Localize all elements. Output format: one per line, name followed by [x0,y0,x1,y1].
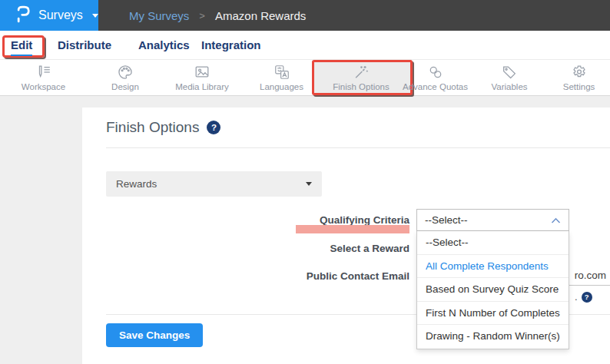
toolbar-item-finish-options[interactable]: Finish Options [323,60,399,95]
toolbar-item-finish-options-label: Finish Options [333,82,390,91]
breadcrumb-my-surveys[interactable]: My Surveys [129,9,189,22]
finish-mode-select[interactable]: Rewards [106,171,322,197]
edit-toolbar: Workspace Design Media Library [0,59,610,96]
toolbar-item-workspace-label: Workspace [22,82,65,91]
save-changes-button[interactable]: Save Changes [106,323,203,347]
toolbar-item-variables[interactable]: Variables [471,60,548,95]
option-select[interactable]: --Select-- [417,231,569,255]
breadcrumb: My Surveys > Amazon Rewards [98,0,610,31]
toolbar-item-settings[interactable]: Settings [548,60,610,95]
email-helper-row: . ? [575,291,592,303]
surveys-product-menu[interactable]: Surveys [0,0,98,31]
option-drawing-random-winners[interactable]: Drawing - Random Winner(s) [417,325,569,349]
nav-tab-edit-label: Edit [11,38,32,56]
email-helper-fragment: . [575,291,578,303]
finish-options-panel: Finish Options ? Rewards Qualifying Crit… [82,108,610,364]
help-icon[interactable]: ? [207,121,220,134]
divider [106,147,610,148]
qualifying-criteria-highlight [296,225,409,233]
toolbar-item-design[interactable]: Design [87,60,164,95]
nav-tab-distribute-label: Distribute [58,38,111,51]
chevron-up-icon [551,213,561,227]
finish-mode-value: Rewards [116,178,306,190]
toolbar-item-advance-quotas[interactable]: Advance Quotas [399,60,471,95]
nav-tab-analytics[interactable]: Analytics [138,31,190,59]
caret-down-icon [306,182,312,186]
breadcrumb-current-survey: Amazon Rewards [215,9,306,22]
public-contact-email-label: Public Contact Email [197,270,409,282]
toolbar-item-advance-quotas-label: Advance Quotas [403,82,468,91]
toolbar-item-workspace[interactable]: Workspace [0,60,87,95]
surveys-menu-label: Surveys [38,8,83,22]
qualifying-criteria-label: Qualifying Criteria [197,214,409,226]
nav-tab-integration-label: Integration [201,38,261,51]
questionpro-logo-icon [15,5,31,27]
option-first-n-number-of-completes[interactable]: First N Number of Completes [417,302,569,326]
qualifying-criteria-select[interactable]: --Select-- [416,209,569,231]
breadcrumb-separator: > [199,10,205,22]
email-help-icon[interactable]: ? [582,292,592,303]
qualifying-criteria-dropdown: --Select-- --Select-- All Complete Respo… [416,209,569,349]
option-based-on-survey-quiz-score[interactable]: Based on Survey Quiz Score [417,278,569,302]
languages-icon [274,64,290,81]
settings-icon [571,64,588,81]
select-a-reward-label: Select a Reward [197,243,409,254]
nav-tab-edit[interactable]: Edit [11,31,32,59]
qualifying-criteria-options-list: --Select-- All Complete Respondents Base… [416,231,569,349]
toolbar-item-variables-label: Variables [491,82,527,91]
app-window: Surveys My Surveys > Amazon Rewards Edit… [0,0,610,364]
toolbar-item-media-library[interactable]: Media Library [164,60,240,95]
toolbar-item-languages[interactable]: Languages [240,60,323,95]
nav-tab-analytics-label: Analytics [138,38,190,51]
qualifying-criteria-value: --Select-- [425,214,551,226]
variables-icon [501,64,518,81]
email-visible-fragment: ro.com [575,270,606,281]
workspace-icon [35,64,52,81]
page-title: Finish Options [106,119,199,136]
option-all-complete-respondents[interactable]: All Complete Respondents [417,255,569,279]
primary-nav: Edit Distribute Analytics Integration [0,31,610,59]
chevron-down-icon [92,14,98,18]
top-bar: Surveys My Surveys > Amazon Rewards [0,0,610,31]
media-library-icon [194,64,211,81]
advance-quotas-icon [427,64,444,81]
toolbar-item-languages-label: Languages [260,82,303,91]
nav-tab-distribute[interactable]: Distribute [58,31,111,59]
toolbar-item-settings-label: Settings [563,82,595,91]
nav-tab-integration[interactable]: Integration [201,31,261,59]
finish-options-icon [353,64,370,81]
design-icon [117,64,134,81]
toolbar-item-design-label: Design [111,82,139,91]
toolbar-item-media-library-label: Media Library [175,82,229,91]
